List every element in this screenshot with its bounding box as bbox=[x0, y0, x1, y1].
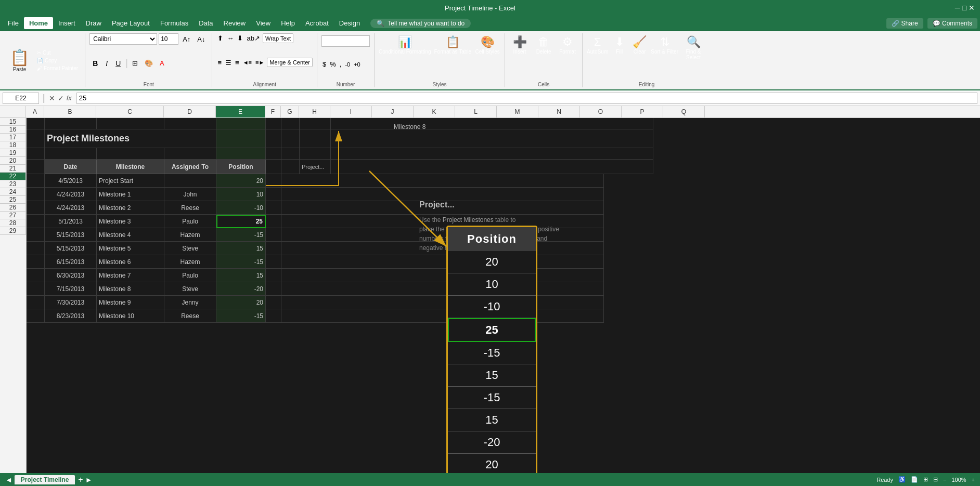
col-header-i[interactable]: I bbox=[330, 106, 372, 117]
cell-rest-15[interactable] bbox=[331, 118, 653, 129]
zoom-out-btn[interactable]: − bbox=[943, 477, 946, 483]
fill-btn[interactable]: ⬇ Fill bbox=[610, 35, 628, 60]
align-right-btn[interactable]: ≡ bbox=[234, 58, 240, 68]
row-header-17[interactable]: 17 bbox=[0, 134, 26, 141]
cell-e17[interactable] bbox=[216, 148, 266, 160]
decrease-font-btn[interactable]: A↓ bbox=[195, 34, 208, 44]
scroll-left-btn[interactable]: ◄ bbox=[5, 476, 12, 484]
cell-rest-16[interactable] bbox=[331, 129, 653, 148]
popup-cell-5[interactable]: 15 bbox=[448, 364, 536, 387]
cell-a26[interactable] bbox=[27, 269, 45, 282]
cell-a24[interactable] bbox=[27, 242, 45, 255]
percent-btn[interactable]: % bbox=[329, 59, 337, 69]
align-left-btn[interactable]: ≡ bbox=[216, 58, 223, 68]
popup-cell-8[interactable]: -20 bbox=[448, 431, 536, 454]
popup-cell-2[interactable]: -10 bbox=[448, 296, 536, 318]
row-header-19[interactable]: 19 bbox=[0, 149, 26, 157]
cell-b28[interactable]: 7/30/2013 bbox=[45, 296, 97, 309]
cell-b16-title[interactable]: Project Milestones bbox=[45, 129, 216, 148]
cell-f15[interactable] bbox=[266, 118, 281, 129]
cell-a27[interactable] bbox=[27, 282, 45, 296]
cell-b23[interactable]: 5/15/2013 bbox=[45, 228, 97, 242]
cell-c25[interactable]: Milestone 6 bbox=[97, 255, 164, 269]
row-header-23[interactable]: 23 bbox=[0, 180, 26, 188]
page-layout-view-btn[interactable]: ⊞ bbox=[923, 476, 928, 483]
cell-d15[interactable] bbox=[164, 118, 216, 129]
increase-font-btn[interactable]: A↑ bbox=[180, 34, 193, 44]
col-header-m[interactable]: M bbox=[497, 106, 538, 117]
cell-e22-selected[interactable]: 25 bbox=[216, 215, 266, 228]
cancel-icon[interactable]: ✕ bbox=[49, 94, 55, 102]
popup-cell-9[interactable]: 20 bbox=[448, 454, 536, 473]
cell-c23[interactable]: Milestone 4 bbox=[97, 228, 164, 242]
cell-d22[interactable]: Paulo bbox=[164, 215, 216, 228]
row-header-28[interactable]: 28 bbox=[0, 219, 26, 227]
cell-h18[interactable]: Project... bbox=[300, 160, 331, 174]
cell-g15[interactable] bbox=[281, 118, 300, 129]
cell-rest-18[interactable] bbox=[331, 160, 653, 174]
cell-e25[interactable]: -15 bbox=[216, 255, 266, 269]
cell-c29[interactable]: Milestone 10 bbox=[97, 309, 164, 323]
menu-item-formulas[interactable]: Formulas bbox=[155, 17, 194, 29]
cell-f17[interactable] bbox=[266, 148, 281, 160]
col-header-a[interactable]: A bbox=[26, 106, 44, 117]
align-top-btn[interactable]: ⬆ bbox=[216, 33, 224, 43]
menu-item-view[interactable]: View bbox=[251, 17, 276, 29]
row-header-15[interactable]: 15 bbox=[0, 118, 26, 126]
menu-item-help[interactable]: Help bbox=[276, 17, 300, 29]
menu-item-page-layout[interactable]: Page Layout bbox=[107, 17, 155, 29]
cell-b20[interactable]: 4/24/2013 bbox=[45, 188, 97, 201]
cell-f19[interactable] bbox=[266, 174, 281, 188]
menu-item-data[interactable]: Data bbox=[194, 17, 218, 29]
cell-rest-26[interactable] bbox=[281, 269, 604, 282]
fill-color-btn[interactable]: 🎨 bbox=[142, 58, 156, 68]
cell-c24[interactable]: Milestone 5 bbox=[97, 242, 164, 255]
cell-h17[interactable] bbox=[300, 148, 331, 160]
col-header-o[interactable]: O bbox=[580, 106, 622, 117]
cell-g17[interactable] bbox=[281, 148, 300, 160]
cell-e27[interactable]: -20 bbox=[216, 282, 266, 296]
cell-e15[interactable] bbox=[216, 118, 266, 129]
cell-e28[interactable]: 20 bbox=[216, 296, 266, 309]
cell-rest-28[interactable] bbox=[281, 296, 604, 309]
cell-d20[interactable]: John bbox=[164, 188, 216, 201]
row-header-18[interactable]: 18 bbox=[0, 141, 26, 149]
popup-cell-6[interactable]: -15 bbox=[448, 387, 536, 409]
align-bottom-btn[interactable]: ⬇ bbox=[236, 33, 244, 43]
formula-input[interactable] bbox=[79, 94, 975, 102]
delete-cells-btn[interactable]: 🗑 Delete bbox=[533, 35, 554, 55]
wrap-text-btn[interactable]: Wrap Text bbox=[263, 33, 293, 43]
copy-button[interactable]: 📄Copy bbox=[34, 57, 81, 64]
popup-cell-4[interactable]: -15 bbox=[448, 342, 536, 364]
cell-d26[interactable]: Paulo bbox=[164, 269, 216, 282]
col-header-l[interactable]: L bbox=[455, 106, 497, 117]
cell-e21[interactable]: -10 bbox=[216, 201, 266, 215]
cell-d25[interactable]: Hazem bbox=[164, 255, 216, 269]
cell-e29[interactable]: -15 bbox=[216, 309, 266, 323]
merge-center-btn[interactable]: Merge & Center bbox=[267, 58, 313, 67]
cell-b27[interactable]: 7/15/2013 bbox=[45, 282, 97, 296]
cell-e19[interactable]: 20 bbox=[216, 174, 266, 188]
font-name-select[interactable]: Calibri bbox=[89, 33, 157, 45]
cell-d24[interactable]: Steve bbox=[164, 242, 216, 255]
cell-d17[interactable] bbox=[164, 148, 216, 160]
conditional-formatting-btn[interactable]: 📊 Conditional Formatting bbox=[379, 35, 431, 55]
underline-btn[interactable]: U bbox=[112, 58, 124, 69]
cell-b29[interactable]: 8/23/2013 bbox=[45, 309, 97, 323]
cell-c15[interactable] bbox=[97, 118, 164, 129]
cell-f23[interactable] bbox=[266, 228, 281, 242]
align-center-btn[interactable]: ☰ bbox=[224, 58, 233, 68]
cell-f22[interactable] bbox=[266, 215, 281, 228]
orient-btn[interactable]: ab↗ bbox=[246, 33, 261, 43]
cell-e24[interactable]: 15 bbox=[216, 242, 266, 255]
cell-e20[interactable]: 10 bbox=[216, 188, 266, 201]
cell-a23[interactable] bbox=[27, 228, 45, 242]
row-header-16[interactable]: 16 bbox=[0, 126, 26, 134]
col-header-h[interactable]: H bbox=[299, 106, 330, 117]
cell-e16[interactable] bbox=[216, 129, 266, 148]
cell-b17[interactable] bbox=[45, 148, 97, 160]
sheet-tab-project-timeline[interactable]: Project Timeline bbox=[15, 475, 75, 484]
cell-d28[interactable]: Jenny bbox=[164, 296, 216, 309]
cell-b15[interactable] bbox=[45, 118, 97, 129]
cell-c17[interactable] bbox=[97, 148, 164, 160]
